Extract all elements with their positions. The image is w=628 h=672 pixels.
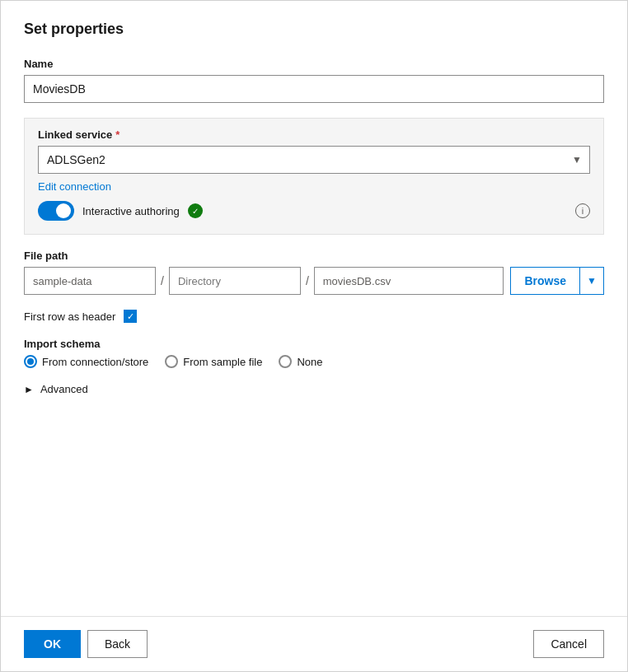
cancel-button[interactable]: Cancel xyxy=(533,630,604,658)
first-row-header-row: First row as header ✓ xyxy=(24,310,604,323)
import-schema-row: From connection/store From sample file N… xyxy=(24,355,604,368)
radio-none-outer xyxy=(279,355,292,368)
panel-title: Set properties xyxy=(24,21,604,38)
radio-option-connection[interactable]: From connection/store xyxy=(24,355,148,368)
file-path-segment3[interactable] xyxy=(314,267,504,295)
interactive-authoring-label: Interactive authoring xyxy=(82,205,180,217)
file-path-field-group: File path / / Browse ▼ xyxy=(24,250,604,295)
radio-sample-label: From sample file xyxy=(183,356,262,368)
back-button[interactable]: Back xyxy=(87,630,148,658)
checkbox-check-icon: ✓ xyxy=(127,312,134,321)
advanced-label: Advanced xyxy=(40,383,88,395)
interactive-authoring-toggle[interactable] xyxy=(38,201,74,221)
import-schema-group: Import schema From connection/store From… xyxy=(24,338,604,368)
first-row-header-label: First row as header xyxy=(24,310,115,323)
radio-none-label: None xyxy=(297,356,322,368)
interactive-authoring-row: Interactive authoring ✓ i xyxy=(38,201,590,221)
import-schema-label: Import schema xyxy=(24,338,604,350)
linked-service-select[interactable] xyxy=(38,146,590,174)
radio-connection-inner xyxy=(27,358,34,365)
radio-option-sample[interactable]: From sample file xyxy=(165,355,262,368)
browse-button[interactable]: Browse xyxy=(510,267,579,295)
chevron-right-icon: ► xyxy=(24,384,34,395)
browse-chevron-button[interactable]: ▼ xyxy=(579,267,604,295)
linked-service-box: Linked service * ▼ Edit connection Inter… xyxy=(24,118,604,235)
linked-service-label: Linked service * xyxy=(38,128,590,141)
check-circle-icon: ✓ xyxy=(188,203,203,218)
edit-connection-link[interactable]: Edit connection xyxy=(38,180,111,193)
radio-connection-outer xyxy=(24,355,37,368)
radio-sample-outer xyxy=(165,355,178,368)
browse-btn-group: Browse ▼ xyxy=(510,267,604,295)
radio-connection-label: From connection/store xyxy=(42,356,148,368)
file-path-row: / / Browse ▼ xyxy=(24,267,604,295)
name-label: Name xyxy=(24,58,604,70)
file-path-separator-2: / xyxy=(301,267,314,295)
set-properties-panel: Set properties Name Linked service * ▼ E… xyxy=(0,0,628,672)
advanced-row[interactable]: ► Advanced xyxy=(24,383,604,395)
required-star: * xyxy=(115,128,120,141)
name-field-group: Name xyxy=(24,58,604,103)
first-row-header-checkbox[interactable]: ✓ xyxy=(124,310,137,323)
file-path-separator-1: / xyxy=(156,267,169,295)
toggle-thumb xyxy=(56,203,71,218)
file-path-label: File path xyxy=(24,250,604,262)
linked-service-select-wrapper: ▼ xyxy=(38,146,590,174)
radio-option-none[interactable]: None xyxy=(279,355,322,368)
file-path-segment2[interactable] xyxy=(169,267,301,295)
file-path-segment1[interactable] xyxy=(24,267,156,295)
ok-button[interactable]: OK xyxy=(24,630,81,658)
name-input[interactable] xyxy=(24,75,604,103)
panel-footer: OK Back Cancel xyxy=(1,616,627,671)
info-icon[interactable]: i xyxy=(575,203,590,218)
